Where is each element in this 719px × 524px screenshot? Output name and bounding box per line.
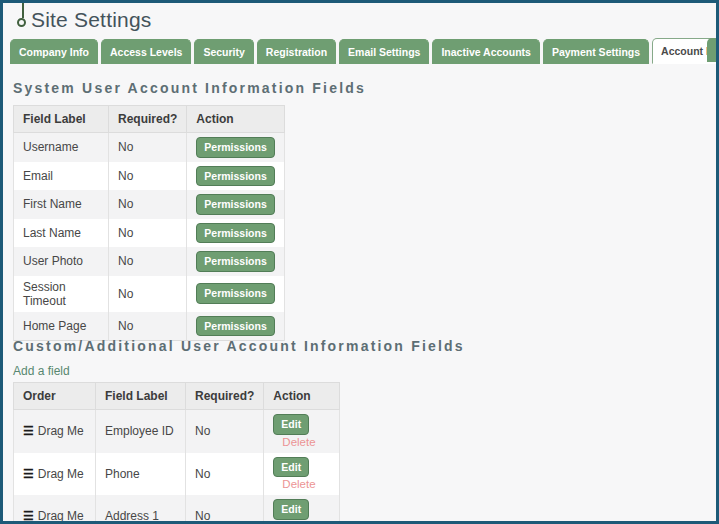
tab-payment-settings[interactable]: Payment Settings [543,39,649,64]
table-header-row: Order Field Label Required? Action [14,383,340,410]
table-row: ☰Drag MeAddress 1NoEditDelete [14,495,340,524]
tab-access-levels[interactable]: Access Levels [101,39,191,64]
column-header-action: Action [264,383,340,410]
required-cell: No [109,219,187,248]
required-cell: No [109,312,187,341]
action-cell: Permissions [187,276,284,312]
drag-handle-icon: ☰ [23,467,34,481]
column-header-action: Action [187,106,284,133]
site-settings-window: Site Settings Company InfoAccess LevelsS… [0,0,719,524]
tab-registration[interactable]: Registration [257,39,336,64]
page-title: Site Settings [31,8,152,32]
drag-handle[interactable]: ☰Drag Me [14,495,96,524]
permissions-button[interactable]: Permissions [196,137,274,158]
action-cell: Permissions [187,312,284,341]
add-a-field-link[interactable]: Add a field [13,364,70,378]
system-fields-heading: System User Account Information Fields [13,80,366,96]
permissions-button[interactable]: Permissions [196,251,274,272]
edit-button[interactable]: Edit [273,499,309,520]
tab-partial-cutoff[interactable] [707,38,719,62]
permissions-button[interactable]: Permissions [196,283,274,304]
table-row: Last NameNoPermissions [14,219,285,248]
field-label-cell: First Name [14,190,109,219]
delete-link[interactable]: Delete [282,478,315,490]
field-label-cell: Home Page [14,312,109,341]
field-label-cell: Email [14,162,109,191]
column-header-field-label: Field Label [96,383,186,410]
column-header-required: Required? [186,383,264,410]
required-cell: No [186,410,264,453]
action-cell: Permissions [187,247,284,276]
field-label-cell: User Photo [14,247,109,276]
column-header-order: Order [14,383,96,410]
field-label-cell: Address 1 [96,495,186,524]
tab-bar: Company InfoAccess LevelsSecurityRegistr… [10,38,716,64]
permissions-button[interactable]: Permissions [196,223,274,244]
anchor-dot-icon [17,18,26,27]
required-cell: No [109,133,187,162]
required-cell: No [186,453,264,496]
drag-handle[interactable]: ☰Drag Me [14,410,96,453]
table-row: UsernameNoPermissions [14,133,285,162]
drag-label: Drag Me [38,424,84,438]
table-row: ☰Drag MePhoneNoEditDelete [14,453,340,496]
column-header-field-label: Field Label [14,106,109,133]
table-row: User PhotoNoPermissions [14,247,285,276]
drag-handle-icon: ☰ [23,424,34,438]
field-label-cell: Session Timeout [14,276,109,312]
drag-label: Drag Me [38,467,84,481]
permissions-button[interactable]: Permissions [196,316,274,337]
table-row: ☰Drag MeEmployee IDNoEditDelete [14,410,340,453]
required-cell: No [109,276,187,312]
permissions-button[interactable]: Permissions [196,166,274,187]
edit-button[interactable]: Edit [273,414,309,435]
required-cell: No [109,247,187,276]
system-fields-table: Field Label Required? Action UsernameNoP… [13,105,285,341]
field-label-cell: Phone [96,453,186,496]
field-label-cell: Last Name [14,219,109,248]
edit-button[interactable]: Edit [273,457,309,478]
required-cell: No [109,190,187,219]
tab-security[interactable]: Security [194,39,253,64]
column-header-required: Required? [109,106,187,133]
tab-inactive-accounts[interactable]: Inactive Accounts [432,39,539,64]
required-cell: No [109,162,187,191]
delete-link[interactable]: Delete [282,436,315,448]
drag-label: Drag Me [38,509,84,523]
delete-link[interactable]: Delete [282,521,315,524]
tab-email-settings[interactable]: Email Settings [339,39,429,64]
field-label-cell: Username [14,133,109,162]
action-cell: Permissions [187,190,284,219]
table-header-row: Field Label Required? Action [14,106,285,133]
required-cell: No [186,495,264,524]
action-cell: Permissions [187,219,284,248]
permissions-button[interactable]: Permissions [196,194,274,215]
action-cell: Permissions [187,133,284,162]
system-fields-tbody: UsernameNoPermissionsEmailNoPermissionsF… [14,133,285,341]
custom-fields-heading: Custom/Additional User Account Informati… [13,338,465,354]
field-label-cell: Employee ID [96,410,186,453]
table-row: Session TimeoutNoPermissions [14,276,285,312]
action-cell: Permissions [187,162,284,191]
table-row: First NameNoPermissions [14,190,285,219]
custom-fields-table: Order Field Label Required? Action ☰Drag… [13,382,340,524]
anchor-line [22,3,24,18]
action-cell: EditDelete [264,410,340,453]
tab-company-info[interactable]: Company Info [10,39,98,64]
action-cell: EditDelete [264,453,340,496]
action-cell: EditDelete [264,495,340,524]
table-row: Home PageNoPermissions [14,312,285,341]
table-row: EmailNoPermissions [14,162,285,191]
drag-handle[interactable]: ☰Drag Me [14,453,96,496]
custom-fields-tbody: ☰Drag MeEmployee IDNoEditDelete☰Drag MeP… [14,410,340,524]
drag-handle-icon: ☰ [23,509,34,523]
